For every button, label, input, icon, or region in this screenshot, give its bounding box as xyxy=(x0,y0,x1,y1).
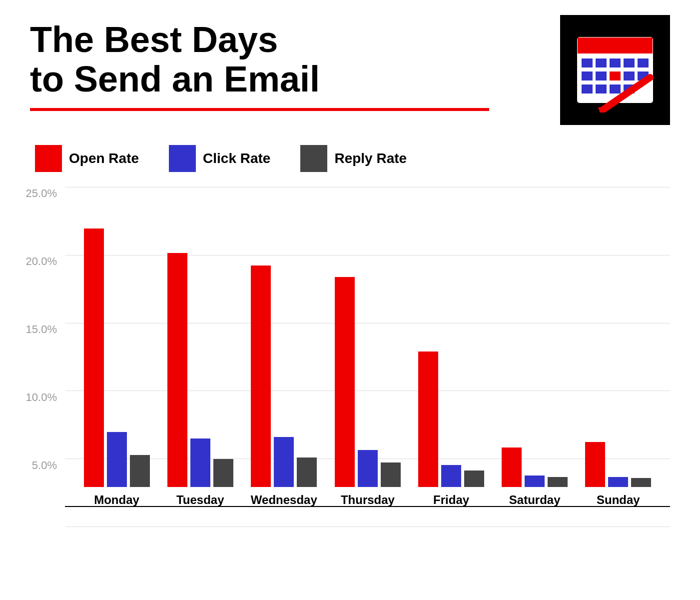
y-axis: 25.0%20.0%15.0%10.0%5.0% xyxy=(30,187,65,527)
bars-friday xyxy=(418,352,484,487)
day-label-thursday: Thursday xyxy=(341,493,395,507)
legend-label-click-rate: Click Rate xyxy=(203,150,270,166)
y-label-0: 25.0% xyxy=(26,187,57,200)
day-group-tuesday: Tuesday xyxy=(167,253,233,507)
title-line2: to Send an Email xyxy=(30,59,320,99)
bar-open-wednesday xyxy=(251,266,271,487)
calendar-icon xyxy=(560,15,670,125)
day-group-monday: Monday xyxy=(84,228,150,507)
page-container: The Best Days to Send an Email xyxy=(0,0,700,600)
bar-open-thursday xyxy=(335,277,355,487)
title-block: The Best Days to Send an Email xyxy=(30,20,540,111)
bar-open-saturday xyxy=(502,448,522,487)
svg-rect-13 xyxy=(596,84,607,94)
bars-wednesday xyxy=(251,266,317,487)
svg-rect-7 xyxy=(582,72,593,80)
day-group-friday: Friday xyxy=(418,352,484,507)
bars-sunday xyxy=(585,442,651,487)
bars-monday xyxy=(84,228,150,487)
day-label-friday: Friday xyxy=(433,493,469,507)
bar-reply-wednesday xyxy=(297,458,317,487)
bars-thursday xyxy=(335,277,401,487)
bar-click-friday xyxy=(441,465,461,487)
svg-rect-1 xyxy=(578,38,653,54)
svg-rect-8 xyxy=(596,72,607,80)
svg-rect-4 xyxy=(610,58,621,68)
legend-color-reply-rate xyxy=(300,145,327,172)
legend-item-click-rate: Click Rate xyxy=(169,145,270,172)
bar-click-saturday xyxy=(525,476,545,487)
legend-color-open-rate xyxy=(35,145,62,172)
bar-reply-friday xyxy=(464,470,484,487)
bar-reply-saturday xyxy=(548,477,568,487)
svg-rect-6 xyxy=(638,58,649,68)
day-group-sunday: Sunday xyxy=(585,442,651,507)
title-line1: The Best Days xyxy=(30,20,278,60)
bar-reply-monday xyxy=(130,455,150,487)
bar-reply-tuesday xyxy=(213,459,233,487)
red-divider xyxy=(30,108,489,111)
legend: Open Rate Click Rate Reply Rate xyxy=(35,145,670,172)
chart-area: MondayTuesdayWednesdayThursdayFridaySatu… xyxy=(65,187,670,527)
day-label-tuesday: Tuesday xyxy=(176,493,224,507)
legend-item-reply-rate: Reply Rate xyxy=(300,145,407,172)
bar-open-tuesday xyxy=(167,253,187,487)
day-label-sunday: Sunday xyxy=(597,493,640,507)
bars-saturday xyxy=(502,448,568,487)
bar-reply-thursday xyxy=(381,462,401,487)
bar-open-monday xyxy=(84,228,104,487)
svg-rect-10 xyxy=(624,72,635,80)
svg-rect-14 xyxy=(610,84,621,94)
legend-label-reply-rate: Reply Rate xyxy=(334,150,407,166)
bar-click-tuesday xyxy=(190,438,210,487)
day-group-saturday: Saturday xyxy=(502,448,568,507)
day-label-wednesday: Wednesday xyxy=(251,493,317,507)
svg-rect-2 xyxy=(582,58,593,68)
svg-rect-9 xyxy=(610,72,621,80)
y-label-4: 5.0% xyxy=(32,459,57,472)
svg-rect-3 xyxy=(596,58,607,68)
header: The Best Days to Send an Email xyxy=(30,20,670,125)
day-group-thursday: Thursday xyxy=(335,277,401,507)
legend-item-open-rate: Open Rate xyxy=(35,145,139,172)
bar-click-thursday xyxy=(358,450,378,487)
bar-reply-sunday xyxy=(631,478,651,487)
day-label-saturday: Saturday xyxy=(509,493,561,507)
y-label-1: 20.0% xyxy=(26,255,57,268)
svg-rect-12 xyxy=(582,84,593,94)
bar-open-sunday xyxy=(585,442,605,487)
bars-tuesday xyxy=(167,253,233,487)
bar-open-friday xyxy=(418,352,438,487)
main-title: The Best Days to Send an Email xyxy=(30,20,540,99)
bar-click-wednesday xyxy=(274,437,294,487)
legend-label-open-rate: Open Rate xyxy=(69,150,139,166)
bars-container: MondayTuesdayWednesdayThursdayFridaySatu… xyxy=(65,187,670,507)
day-label-monday: Monday xyxy=(94,493,139,507)
chart-wrapper: 25.0%20.0%15.0%10.0%5.0% MondayTuesdayWe… xyxy=(30,187,670,527)
legend-color-click-rate xyxy=(169,145,196,172)
bar-click-sunday xyxy=(608,477,628,487)
y-label-3: 10.0% xyxy=(26,391,57,404)
bar-click-monday xyxy=(107,432,127,487)
svg-rect-5 xyxy=(624,58,635,68)
y-label-2: 15.0% xyxy=(26,323,57,336)
calendar-svg xyxy=(573,28,658,112)
day-group-wednesday: Wednesday xyxy=(251,266,317,507)
grid-line-5 xyxy=(65,526,670,527)
